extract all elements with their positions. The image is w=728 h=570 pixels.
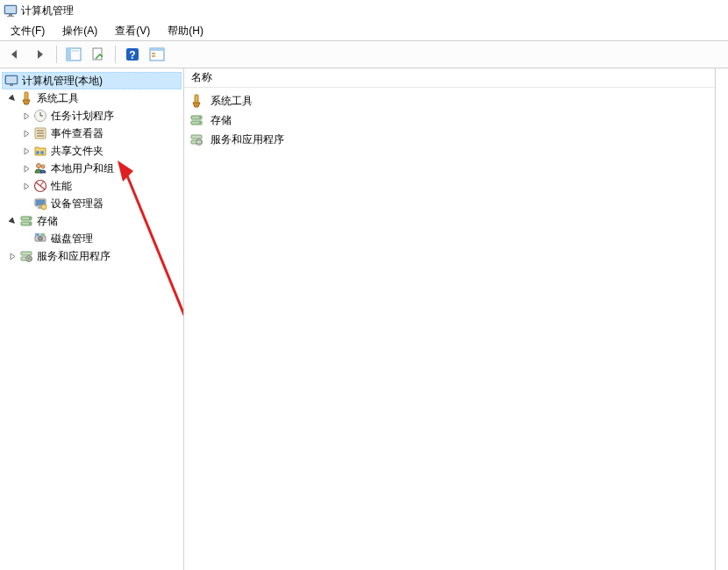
device-manager-icon [33, 196, 47, 210]
titlebar: 计算机管理 [0, 0, 728, 21]
nav-back-button[interactable] [4, 43, 26, 66]
tree-label: 共享文件夹 [51, 144, 103, 159]
svg-point-8 [101, 55, 103, 57]
tree-item-task-scheduler[interactable]: 任务计划程序 [2, 107, 182, 125]
tree-root-computer-management[interactable]: 计算机管理(本地) [2, 72, 182, 89]
list-item-label: 系统工具 [211, 94, 253, 109]
tree-label: 系统工具 [37, 91, 79, 106]
event-viewer-icon [33, 126, 47, 140]
tree-label: 计算机管理(本地) [22, 74, 103, 89]
properties-button[interactable] [87, 43, 110, 66]
tree-item-event-viewer[interactable]: 事件查看器 [2, 125, 182, 142]
expander-icon[interactable] [7, 216, 18, 226]
svg-rect-14 [152, 55, 155, 57]
list-item-services-apps[interactable]: 服务和应用程序 [189, 130, 710, 149]
menu-action[interactable]: 操作(A) [57, 22, 103, 40]
clock-icon [33, 109, 47, 123]
tree-item-shared-folders[interactable]: 共享文件夹 [2, 142, 182, 160]
tree-label: 性能 [51, 179, 72, 194]
svg-point-54 [199, 122, 201, 124]
tree-item-device-manager[interactable]: 设备管理器 [2, 195, 182, 212]
shared-folders-icon [33, 144, 47, 158]
menu-file[interactable]: 文件(F) [5, 22, 50, 40]
toolbar-separator [56, 46, 57, 63]
svg-rect-12 [150, 48, 164, 51]
list-item-label: 存储 [211, 113, 232, 128]
svg-rect-45 [21, 252, 32, 255]
expander-icon[interactable] [21, 110, 32, 121]
menu-help[interactable]: 帮助(H) [162, 22, 209, 40]
svg-rect-13 [152, 53, 155, 54]
refresh-button[interactable] [146, 43, 168, 66]
tree-item-performance[interactable]: 性能 [2, 177, 182, 195]
tree-pane[interactable]: 计算机管理(本地) 系统工具 [0, 68, 184, 570]
performance-icon [33, 179, 47, 193]
computer-management-icon [4, 74, 18, 88]
expander-icon[interactable] [21, 181, 32, 191]
svg-point-26 [36, 151, 39, 154]
toolbar: ? [0, 40, 728, 68]
list-pane[interactable]: 名称 系统工具 [184, 68, 716, 570]
svg-rect-6 [72, 50, 79, 52]
expander-icon[interactable] [21, 128, 32, 139]
expander-icon[interactable] [21, 163, 32, 174]
menu-view[interactable]: 查看(V) [110, 22, 155, 40]
svg-point-40 [29, 223, 31, 224]
tree-label: 设备管理器 [51, 196, 103, 211]
tree-label: 磁盘管理 [51, 232, 93, 246]
tree-item-local-users-groups[interactable]: 本地用户和组 [2, 160, 182, 177]
list-body: 系统工具 存储 [184, 88, 715, 570]
right-gutter [716, 68, 728, 570]
tree-item-system-tools[interactable]: 系统工具 [2, 89, 182, 107]
svg-rect-17 [10, 84, 13, 86]
svg-rect-3 [7, 16, 14, 17]
storage-icon [189, 113, 203, 127]
tree-item-services-apps[interactable]: 服务和应用程序 [2, 247, 182, 265]
nav-forward-button[interactable] [28, 43, 51, 66]
services-apps-icon [19, 249, 33, 263]
storage-icon [19, 214, 33, 228]
list-item-storage[interactable]: 存储 [189, 110, 710, 130]
content-area: 计算机管理(本地) 系统工具 [0, 68, 728, 570]
users-icon [33, 161, 47, 175]
list-item-label: 服务和应用程序 [211, 132, 284, 147]
svg-point-36 [41, 204, 46, 210]
svg-point-53 [199, 117, 201, 118]
toolbar-separator [115, 46, 116, 63]
system-tools-icon [189, 94, 203, 108]
svg-point-42 [39, 237, 43, 240]
show-hide-tree-button[interactable] [62, 43, 85, 66]
list-column-header-name[interactable]: 名称 [184, 68, 715, 88]
expander-icon[interactable] [7, 251, 18, 261]
svg-rect-5 [67, 48, 71, 61]
svg-rect-16 [6, 76, 17, 83]
tree-item-disk-management[interactable]: 磁盘管理 [2, 230, 182, 247]
svg-rect-55 [191, 135, 202, 139]
help-button[interactable]: ? [121, 43, 144, 66]
expander-icon[interactable] [7, 93, 18, 103]
tree-label: 本地用户和组 [51, 161, 114, 176]
services-apps-icon [189, 132, 203, 146]
svg-rect-43 [35, 233, 39, 236]
svg-point-28 [37, 164, 41, 168]
expander-icon[interactable] [21, 146, 32, 156]
svg-rect-2 [9, 14, 12, 16]
list-item-system-tools[interactable]: 系统工具 [189, 91, 710, 110]
system-tools-icon [19, 91, 33, 105]
svg-point-39 [29, 217, 31, 219]
svg-point-27 [40, 151, 44, 154]
disk-management-icon [33, 232, 47, 246]
tree-label: 事件查看器 [51, 126, 103, 141]
tree-label: 任务计划程序 [51, 109, 114, 124]
column-label: 名称 [191, 70, 212, 85]
tree-item-storage[interactable]: 存储 [2, 212, 182, 230]
window-title: 计算机管理 [21, 4, 74, 18]
svg-point-29 [41, 165, 45, 168]
tree-label: 存储 [37, 214, 58, 229]
svg-rect-1 [5, 6, 16, 13]
app-icon [4, 4, 18, 18]
tree-label: 服务和应用程序 [37, 249, 111, 264]
menubar: 文件(F) 操作(A) 查看(V) 帮助(H) [0, 21, 728, 40]
svg-text:?: ? [129, 49, 135, 61]
svg-rect-44 [40, 233, 45, 236]
